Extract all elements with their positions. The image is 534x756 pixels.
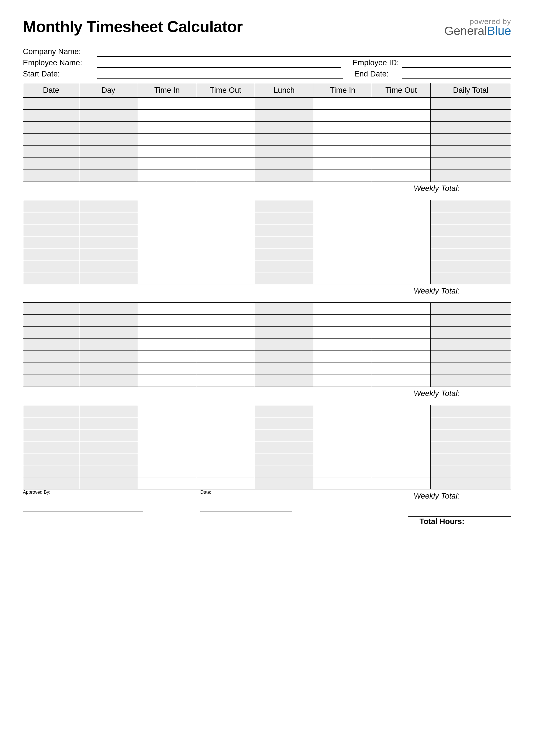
week-2-body (23, 200, 511, 284)
table-row[interactable] (23, 351, 511, 363)
table-row[interactable] (23, 212, 511, 224)
table-row[interactable] (23, 441, 511, 453)
week-1-body (23, 98, 511, 182)
table-row[interactable] (23, 110, 511, 122)
table-row[interactable] (23, 224, 511, 236)
timesheet-week-1: Date Day Time In Time Out Lunch Time In … (23, 83, 511, 182)
total-hours-label: Total Hours: (408, 516, 511, 526)
table-row[interactable] (23, 465, 511, 477)
table-row[interactable] (23, 272, 511, 284)
end-date-label: End Date: (354, 69, 402, 79)
approved-by-label: Approved By: (23, 490, 200, 495)
timesheet-week-2 (23, 200, 511, 284)
table-row[interactable] (23, 339, 511, 351)
approved-by-signature-line[interactable] (23, 511, 143, 511)
table-row[interactable] (23, 405, 511, 417)
employee-name-label: Employee Name: (23, 58, 97, 68)
table-row[interactable] (23, 429, 511, 441)
col-time-out-2: Time Out (372, 83, 431, 98)
employee-name-input[interactable] (97, 59, 341, 68)
table-row[interactable] (23, 200, 511, 212)
employee-id-input[interactable] (402, 59, 511, 68)
company-name-label: Company Name: (23, 47, 97, 57)
weekly-total-4: Weekly Total: (414, 492, 460, 500)
col-daily-total: Daily Total (430, 83, 511, 98)
table-row[interactable] (23, 477, 511, 489)
col-lunch: Lunch (255, 83, 313, 98)
table-row[interactable] (23, 327, 511, 339)
weekly-total-3: Weekly Total: (414, 389, 460, 398)
table-row[interactable] (23, 417, 511, 429)
table-row[interactable] (23, 134, 511, 146)
col-day: Day (79, 83, 138, 98)
col-time-out: Time Out (196, 83, 255, 98)
table-row[interactable] (23, 98, 511, 110)
week-4-body (23, 405, 511, 489)
weekly-total-2: Weekly Total: (414, 287, 460, 296)
start-date-input[interactable] (97, 70, 343, 79)
employee-id-label: Employee ID: (353, 58, 402, 68)
timesheet-week-3 (23, 302, 511, 387)
table-row[interactable] (23, 146, 511, 158)
table-row[interactable] (23, 248, 511, 260)
table-row[interactable] (23, 260, 511, 272)
brand-general: General (445, 24, 487, 38)
company-name-input[interactable] (97, 48, 511, 57)
table-row[interactable] (23, 170, 511, 182)
col-time-in-2: Time In (313, 83, 372, 98)
table-row[interactable] (23, 158, 511, 170)
timesheet-week-4 (23, 405, 511, 489)
table-row[interactable] (23, 315, 511, 327)
end-date-input[interactable] (402, 70, 511, 79)
col-date: Date (23, 83, 79, 98)
page-title: Monthly Timesheet Calculator (23, 17, 243, 36)
table-row[interactable] (23, 375, 511, 387)
table-row[interactable] (23, 303, 511, 315)
weekly-total-1: Weekly Total: (414, 184, 460, 193)
table-row[interactable] (23, 236, 511, 248)
week-3-body (23, 303, 511, 387)
table-row[interactable] (23, 453, 511, 465)
brand-blue: Blue (487, 24, 511, 38)
footer-date-label: Date: (200, 490, 332, 495)
start-date-label: Start Date: (23, 69, 97, 79)
table-row[interactable] (23, 122, 511, 134)
date-signature-line[interactable] (200, 511, 292, 511)
table-row[interactable] (23, 363, 511, 375)
brand-logo: powered by GeneralBlue (445, 17, 511, 37)
col-time-in: Time In (138, 83, 196, 98)
